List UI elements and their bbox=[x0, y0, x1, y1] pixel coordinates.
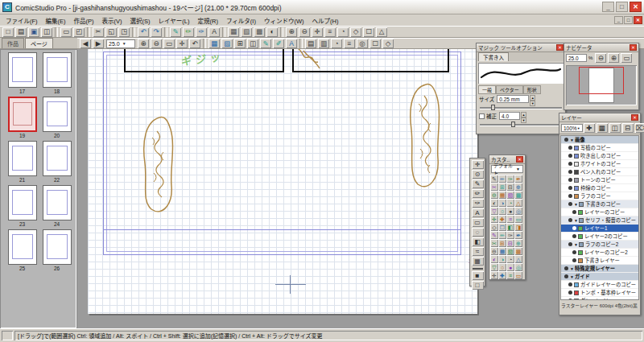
size-field[interactable]: 0.25 mm bbox=[497, 95, 529, 103]
toolbar-undo-icon[interactable]: ↶ bbox=[138, 27, 149, 37]
menu-item-6[interactable]: レイヤー(L) bbox=[155, 15, 194, 26]
custom-tool-icon-1[interactable]: ✎ bbox=[490, 175, 498, 183]
layer-visibility-icon[interactable] bbox=[568, 290, 572, 295]
page-thumbnail-23[interactable] bbox=[8, 185, 37, 220]
custom-tool-icon-12[interactable]: ▩ bbox=[514, 191, 522, 199]
layer-visibility-icon[interactable] bbox=[568, 282, 572, 286]
menu-item-2[interactable]: 編集(E) bbox=[42, 15, 70, 26]
layer-row-4[interactable]: ホワイトのコピー bbox=[561, 160, 638, 168]
layer-row-2[interactable]: 写植のコピー bbox=[561, 144, 638, 152]
menu-item-10[interactable]: ヘルプ(H) bbox=[308, 15, 342, 26]
pen-tool-icon[interactable]: ✎ bbox=[472, 179, 484, 188]
merge-layer-icon[interactable]: ⊟ bbox=[622, 123, 634, 133]
correction-field[interactable]: 4.0 bbox=[499, 112, 520, 120]
canvas-toolbar-page-next-icon[interactable]: ▶ bbox=[93, 39, 104, 48]
layer-visibility-icon[interactable] bbox=[572, 250, 576, 254]
size-spinner[interactable]: ▲▼ bbox=[530, 95, 535, 103]
custom-tools-close-icon[interactable]: ✕ bbox=[516, 156, 523, 163]
custom-tool-icon-5[interactable]: ✂ bbox=[490, 183, 498, 191]
fill-tool-icon[interactable]: ◧ bbox=[472, 237, 484, 246]
custom-tool-icon-21[interactable]: ✛ bbox=[490, 215, 498, 223]
layer-visibility-icon[interactable] bbox=[564, 274, 568, 278]
layer-row-16[interactable]: 下書きレイヤー bbox=[561, 257, 638, 265]
layer-opacity-combo[interactable]: 100%▼ bbox=[561, 124, 583, 132]
layers-titlebar[interactable]: レイヤー ✕ bbox=[559, 113, 640, 122]
custom-tool-icon-43[interactable]: ◔ bbox=[506, 255, 514, 263]
canvas-toolbar-show-grid-icon[interactable]: ▦ bbox=[208, 39, 220, 48]
page-thumbnail-17[interactable] bbox=[8, 52, 37, 88]
custom-tool-icon-22[interactable]: ✚ bbox=[498, 215, 506, 223]
canvas-toolbar-zoom-out-icon[interactable]: ⊖ bbox=[151, 39, 162, 48]
marker-tool-icon[interactable]: ✑ bbox=[472, 199, 484, 208]
menu-item-4[interactable]: 表示(V) bbox=[98, 15, 126, 26]
layer-visibility-icon[interactable] bbox=[572, 226, 576, 230]
custom-tool-icon-31[interactable]: ✑ bbox=[506, 231, 514, 239]
toolbar-contrast-icon[interactable]: ◐ bbox=[266, 27, 278, 37]
canvas-toolbar-timer-icon[interactable]: ◔ bbox=[331, 39, 342, 48]
custom-tool-icon-49[interactable]: ✛ bbox=[490, 271, 498, 279]
custom-tool-icon-4[interactable]: ✒ bbox=[514, 175, 522, 183]
canvas-toolbar-rotate-view-icon[interactable]: ↶ bbox=[189, 39, 200, 48]
custom-tool-icon-46[interactable]: ○ bbox=[498, 263, 506, 271]
canvas-toolbar-page-prev-icon[interactable]: ◀ bbox=[80, 39, 91, 48]
custom-preset-dropdown[interactable]: デフォルト▼ bbox=[491, 165, 523, 173]
custom-tool-icon-50[interactable]: ✚ bbox=[498, 271, 506, 279]
custom-tool-icon-20[interactable]: ◎ bbox=[514, 207, 522, 215]
custom-tool-icon-37[interactable]: ⊖ bbox=[490, 247, 498, 255]
canvas-toolbar-ruler-v-icon[interactable]: ▥ bbox=[318, 39, 329, 48]
layer-row-5[interactable]: ペン入れのコピー bbox=[561, 168, 638, 176]
toolbar-pencil-tool-icon[interactable]: ✏ bbox=[183, 27, 194, 37]
layer-row-20[interactable]: トンボ・基本枠レイヤー bbox=[561, 289, 638, 297]
document-page[interactable]: ギジッ 19 bbox=[88, 49, 477, 314]
custom-tool-icon-25[interactable]: ◇ bbox=[490, 223, 498, 231]
move-tool-icon[interactable]: ✛ bbox=[472, 160, 484, 169]
tool-tab-draft[interactable]: 下書き入 bbox=[478, 52, 509, 61]
layer-visibility-icon[interactable] bbox=[568, 299, 572, 300]
custom-tool-icon-10[interactable]: ▦ bbox=[498, 191, 506, 199]
custom-tool-icon-45[interactable]: ▽ bbox=[490, 263, 498, 271]
canvas-toolbar-zoom-in-icon[interactable]: ⊕ bbox=[138, 39, 149, 48]
custom-tool-icon-18[interactable]: ○ bbox=[498, 207, 506, 215]
select-rect-tool-icon[interactable]: ▭ bbox=[472, 218, 484, 227]
layer-visibility-icon[interactable] bbox=[568, 154, 572, 158]
canvas-toolbar-select-box-icon[interactable]: ☐ bbox=[369, 39, 381, 48]
mode-tab-1[interactable]: 一般 bbox=[478, 85, 496, 94]
expand-arrow-icon[interactable]: ▼ bbox=[570, 274, 574, 279]
layer-visibility-icon[interactable] bbox=[568, 202, 572, 206]
delete-layer-icon[interactable]: ⌦ bbox=[635, 123, 644, 133]
custom-tool-icon-52[interactable]: ▭ bbox=[514, 271, 522, 279]
mode-tab-3[interactable]: 形状 bbox=[523, 85, 541, 94]
custom-tool-icon-9[interactable]: ⊖ bbox=[490, 191, 498, 199]
navigator-preview[interactable] bbox=[566, 65, 637, 105]
tab-作品[interactable]: 作品 bbox=[2, 38, 24, 48]
layers-close-icon[interactable]: ✕ bbox=[631, 114, 638, 121]
custom-tool-icon-51[interactable]: ≡ bbox=[506, 271, 514, 279]
canvas-toolbar-ruler-h-icon[interactable]: ▤ bbox=[305, 39, 316, 48]
layer-row-6[interactable]: トーンのコピー bbox=[561, 176, 638, 184]
line-tool-icon[interactable]: ≈ bbox=[472, 247, 484, 256]
layer-visibility-icon[interactable] bbox=[568, 218, 572, 222]
toolbar-checkbox-toggle-icon[interactable]: ☐ bbox=[363, 27, 374, 37]
custom-tool-icon-40[interactable]: ▩ bbox=[514, 247, 522, 255]
layer-row-19[interactable]: ガイドレイヤーのコピー bbox=[561, 281, 638, 289]
custom-tool-icon-15[interactable]: ◔ bbox=[506, 199, 514, 207]
toolbar-text-tool-icon[interactable]: A bbox=[208, 27, 220, 37]
layer-visibility-icon[interactable] bbox=[568, 162, 572, 166]
toolbar-save-icon[interactable]: ▣ bbox=[28, 27, 39, 37]
toolbar-menu-list-icon[interactable]: ≡ bbox=[324, 27, 336, 37]
layer-visibility-icon[interactable] bbox=[564, 138, 568, 142]
custom-tool-icon-6[interactable]: ⊞ bbox=[498, 183, 506, 191]
canvas-toolbar-show-pages-icon[interactable]: ◫ bbox=[247, 39, 258, 48]
expand-arrow-icon[interactable]: ▼ bbox=[574, 218, 578, 223]
custom-tool-icon-29[interactable]: ✎ bbox=[490, 231, 498, 239]
layer-visibility-icon[interactable] bbox=[568, 170, 572, 174]
toolbar-print-icon[interactable]: ▭ bbox=[60, 27, 72, 37]
layer-row-21[interactable]: グレーレイヤー bbox=[561, 297, 638, 300]
duplicate-layer-icon[interactable]: ◫ bbox=[609, 123, 621, 133]
tool-options-titlebar[interactable]: マジック ツールオプション ✕ bbox=[477, 43, 565, 52]
custom-tool-icon-19[interactable]: ● bbox=[506, 207, 514, 215]
toolbar-save-all-icon[interactable]: ◫ bbox=[41, 27, 52, 37]
navigator-zoom-in-icon[interactable]: ⊕ bbox=[608, 53, 619, 63]
custom-tool-icon-2[interactable]: ✏ bbox=[498, 175, 506, 183]
toolbar-copy-icon[interactable]: ◱ bbox=[105, 27, 117, 37]
